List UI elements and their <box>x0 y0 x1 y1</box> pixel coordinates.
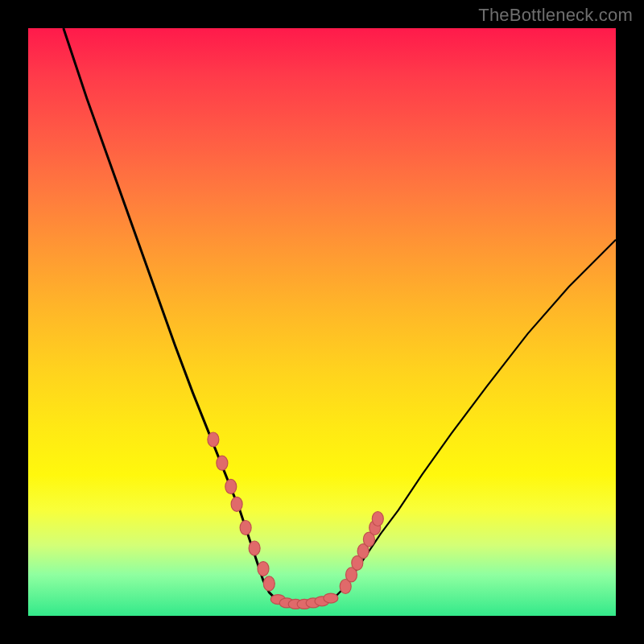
data-marker <box>240 521 251 535</box>
chart-frame: TheBottleneck.com <box>0 0 644 644</box>
data-marker <box>372 512 383 526</box>
data-marker <box>263 576 275 591</box>
plot-area <box>28 28 616 616</box>
data-marker <box>324 593 338 603</box>
data-marker <box>231 497 242 511</box>
data-marker <box>225 479 237 493</box>
data-marker <box>249 541 260 555</box>
curve-right-branch <box>334 240 616 598</box>
marker-cluster-right <box>340 512 383 594</box>
watermark-label: TheBottleneck.com <box>478 5 633 26</box>
marker-cluster-floor <box>270 593 338 609</box>
data-marker <box>258 562 269 576</box>
data-marker <box>217 456 228 470</box>
curve-left-branch <box>64 28 275 598</box>
curve-svg <box>28 28 616 616</box>
data-marker <box>208 432 219 447</box>
